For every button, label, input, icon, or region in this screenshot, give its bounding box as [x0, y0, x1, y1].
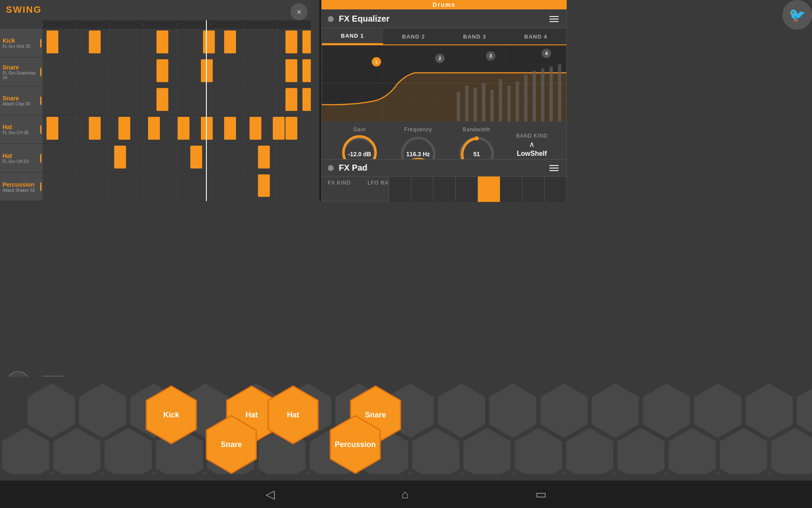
track-label-hat2[interactable]: Hat FL Grv OH 03	[0, 144, 42, 173]
seq-block[interactable]	[224, 30, 236, 53]
band-marker-4[interactable]: 4	[542, 49, 551, 58]
fx-pad-header: FX Pad	[322, 160, 566, 177]
track-label-kick[interactable]: Kick FL Grv Kick 30	[0, 29, 42, 58]
seq-block[interactable]	[190, 146, 202, 168]
seq-block[interactable]	[47, 117, 58, 140]
svg-marker-26	[78, 383, 126, 439]
fx-pad-cell[interactable]	[433, 177, 455, 202]
tick	[210, 23, 244, 26]
seq-block[interactable]	[47, 30, 58, 53]
track-volume-bar	[40, 39, 41, 47]
track-grid-kick[interactable]	[42, 29, 311, 58]
fx-pad-cell[interactable]	[389, 177, 411, 202]
svg-text:Snare: Snare	[221, 440, 242, 449]
close-button[interactable]: ×	[291, 3, 307, 20]
svg-text:Percussion: Percussion	[335, 440, 376, 449]
seq-block[interactable]	[302, 30, 311, 53]
band-kind-value: LowShelf	[517, 150, 547, 157]
tick	[277, 23, 311, 26]
eq-dot-indicator[interactable]	[328, 16, 334, 22]
band-marker-3[interactable]: 3	[486, 51, 495, 61]
fx-pad-cell[interactable]	[522, 177, 544, 202]
seq-block[interactable]	[178, 117, 189, 140]
seq-block[interactable]	[302, 59, 311, 82]
seq-block[interactable]	[89, 30, 101, 53]
seq-block[interactable]	[114, 146, 126, 168]
track-row: Snare Attack Clap 03	[0, 86, 311, 115]
fx-pad-cell[interactable]	[544, 177, 567, 202]
svg-rect-16	[541, 69, 544, 121]
track-row: Snare FL Grv Snareclap 24	[0, 58, 311, 86]
vertical-divider	[319, 0, 321, 201]
home-button[interactable]: ⌂	[402, 488, 409, 501]
band-marker-1[interactable]: 1	[372, 57, 381, 66]
band-tab-4[interactable]: BAND 4	[505, 28, 567, 44]
svg-rect-9	[482, 83, 486, 121]
seq-block[interactable]	[285, 117, 297, 140]
track-grid-snare2[interactable]	[42, 86, 311, 115]
tick	[110, 23, 143, 26]
tick	[244, 23, 277, 26]
svg-marker-34	[488, 383, 537, 439]
svg-text:Hat: Hat	[245, 411, 258, 419]
svg-rect-15	[532, 71, 536, 121]
eq-menu-button[interactable]	[548, 14, 560, 24]
back-button[interactable]: ◁	[266, 487, 275, 501]
pad-dot-indicator[interactable]	[328, 165, 334, 171]
track-row: Hat FL Grv OH 03	[0, 144, 311, 173]
track-sub: FL Grv OH 03	[3, 159, 40, 164]
track-grid-hat2[interactable]	[42, 144, 311, 173]
svg-marker-39	[745, 383, 793, 439]
svg-rect-10	[491, 90, 494, 121]
gain-value: -12.0 dB	[348, 151, 371, 157]
band-tab-2[interactable]: BAND 2	[383, 28, 444, 44]
recents-button[interactable]: ▭	[535, 487, 546, 501]
bandwidth-label: Bandwidth	[463, 127, 490, 133]
pad-menu-button[interactable]	[548, 163, 560, 173]
svg-rect-7	[465, 86, 469, 121]
eq-display: 1 2 3 4	[322, 45, 566, 121]
track-name: Snare	[3, 64, 40, 71]
track-label-perc[interactable]: Percussion Attack Shaker 03	[0, 173, 42, 201]
track-grid-hat1[interactable]	[42, 115, 311, 144]
seq-block[interactable]	[285, 59, 297, 82]
seq-block[interactable]	[201, 117, 213, 140]
fx-pad-cell[interactable]	[455, 177, 478, 202]
fx-pad-cell[interactable]	[411, 177, 433, 202]
seq-block[interactable]	[156, 88, 168, 111]
seq-block[interactable]	[302, 88, 311, 111]
band-tab-3[interactable]: BAND 3	[444, 28, 505, 44]
seq-block[interactable]	[250, 117, 261, 140]
seq-block[interactable]	[118, 117, 130, 140]
band-marker-2[interactable]: 2	[435, 54, 444, 63]
seq-block[interactable]	[203, 30, 215, 53]
track-label-snare1[interactable]: Snare FL Grv Snareclap 24	[0, 58, 42, 86]
svg-rect-17	[549, 66, 553, 121]
fx-pad-cell[interactable]	[477, 177, 500, 202]
track-volume-bar	[40, 125, 41, 134]
track-grid-perc[interactable]	[42, 173, 311, 201]
track-row: Kick FL Grv Kick 30	[0, 29, 311, 58]
seq-block[interactable]	[148, 117, 160, 140]
svg-marker-35	[540, 383, 588, 439]
seq-block[interactable]	[273, 117, 285, 140]
seq-block[interactable]	[285, 30, 297, 53]
svg-rect-13	[516, 81, 519, 121]
seq-block[interactable]	[156, 59, 168, 82]
track-name: Hat	[3, 124, 40, 130]
band-kind-up-button[interactable]: ∧	[529, 141, 535, 148]
fx-eq-header: FX Equalizer	[322, 10, 566, 28]
seq-block[interactable]	[258, 146, 270, 168]
seq-block[interactable]	[156, 30, 168, 53]
track-label-snare2[interactable]: Snare Attack Clap 03	[0, 86, 42, 115]
seq-block[interactable]	[285, 88, 297, 111]
seq-block[interactable]	[89, 117, 101, 140]
seq-block[interactable]	[258, 174, 270, 197]
seq-block[interactable]	[201, 59, 213, 82]
track-grid-snare1[interactable]	[42, 58, 311, 86]
seq-block[interactable]	[224, 117, 236, 140]
svg-rect-12	[507, 86, 510, 121]
track-label-hat1[interactable]: Hat FL Grv CH 08	[0, 115, 42, 144]
fx-pad-cell[interactable]	[500, 177, 522, 202]
band-tab-1[interactable]: BAND 1	[322, 28, 383, 44]
